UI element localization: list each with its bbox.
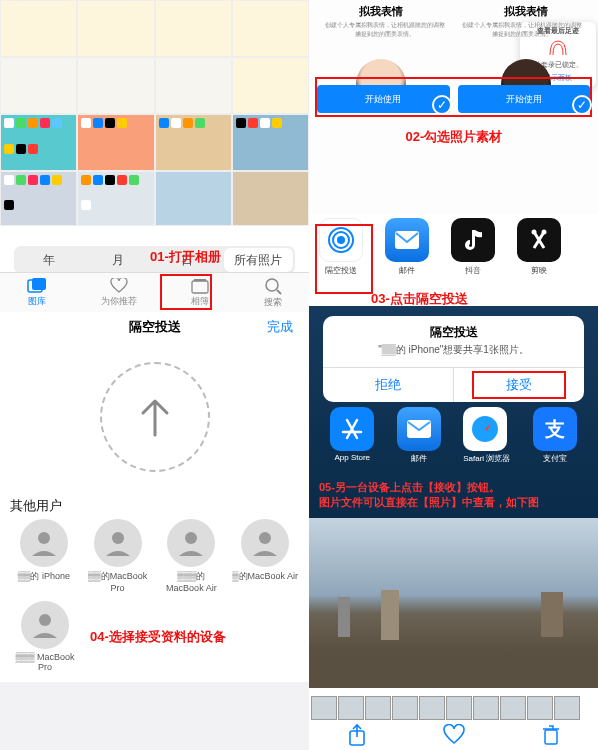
thumb[interactable] <box>155 0 232 57</box>
thumb[interactable] <box>0 0 77 57</box>
home-app[interactable]: 支支付宝 <box>533 407 577 464</box>
toolbar <box>309 720 598 750</box>
seg-year[interactable]: 年 <box>14 246 83 274</box>
airdrop-device[interactable]: ▒的MacBook Air <box>231 519 299 593</box>
appstore-icon <box>339 416 365 442</box>
home-app[interactable]: 邮件 <box>397 407 441 464</box>
check-icon: ✓ <box>432 95 452 115</box>
photos-result <box>309 518 598 750</box>
thumb[interactable] <box>77 171 154 226</box>
thumb[interactable] <box>232 114 309 171</box>
filmstrip[interactable] <box>309 696 598 720</box>
annotation-02: 02-勾选照片素材 <box>389 128 519 146</box>
svg-point-8 <box>185 532 197 544</box>
start-button[interactable]: 开始使用 ✓ <box>458 85 591 113</box>
share-mail[interactable]: 邮件 <box>381 218 433 276</box>
thumb[interactable] <box>0 171 77 226</box>
airdrop-device[interactable]: ▒▒的MacBook Pro <box>84 519 152 593</box>
dialog-message: "▒▒的 iPhone"想要共享1张照片。 <box>323 343 584 367</box>
person-icon <box>176 528 206 558</box>
check-icon: ✓ <box>572 95 592 115</box>
annotation-04: 04-选择接受资料的设备 <box>90 628 226 646</box>
home-app[interactable]: App Store <box>330 407 374 464</box>
alipay-icon: 支 <box>533 407 577 451</box>
airdrop-sheet: 隔空投送 完成 其他用户 ▒▒的 iPhone ▒▒的MacBook Pro ▒… <box>0 312 309 682</box>
photo-thumbnail-grid <box>0 0 309 226</box>
mail-icon <box>394 230 420 250</box>
share-jianying[interactable]: 剪映 <box>513 218 565 276</box>
safari-icon <box>470 414 500 444</box>
thumb[interactable] <box>232 171 309 226</box>
share-sheet: 隔空投送 邮件 抖音 剪映 03-点击隔空投送 <box>309 214 598 306</box>
svg-rect-1 <box>32 278 46 290</box>
received-photo[interactable] <box>309 518 598 688</box>
trash-icon[interactable] <box>542 724 560 746</box>
thumb[interactable] <box>77 114 154 171</box>
thumb[interactable] <box>155 171 232 226</box>
airdrop-receive-dialog: 隔空投送 "▒▒的 iPhone"想要共享1张照片。 拒绝 接受 <box>323 316 584 402</box>
person-icon <box>103 528 133 558</box>
dialog-title: 隔空投送 <box>323 316 584 343</box>
receive-dialog-screenshot: 隔空投送 "▒▒的 iPhone"想要共享1张照片。 拒绝 接受 App Sto… <box>309 306 598 518</box>
library-icon <box>27 278 47 294</box>
airdrop-device[interactable]: ▒▒▒的 MacBook Air <box>158 519 226 593</box>
svg-point-6 <box>38 532 50 544</box>
tab-foryou[interactable]: 为你推荐 <box>101 278 137 308</box>
decline-button[interactable]: 拒绝 <box>323 368 454 402</box>
annotation-01: 01-打开相册 <box>150 248 221 266</box>
svg-point-10 <box>39 614 51 626</box>
airdrop-device[interactable]: ▒▒的 iPhone <box>10 519 78 593</box>
tab-search[interactable]: 搜索 <box>264 277 282 309</box>
seg-all[interactable]: 所有照片 <box>224 248 293 272</box>
seg-month[interactable]: 月 <box>83 246 152 274</box>
svg-rect-14 <box>395 231 419 249</box>
airdrop-device[interactable]: ▒▒▒ MacBook Pro <box>10 601 80 672</box>
annotation-05: 05-另一台设备上点击【接收】按钮。 图片文件可以直接在【照片】中查看，如下图 <box>319 480 594 510</box>
svg-line-5 <box>277 290 281 294</box>
svg-point-15 <box>532 230 537 235</box>
thumb[interactable] <box>155 57 232 114</box>
svg-point-16 <box>542 230 547 235</box>
share-douyin[interactable]: 抖音 <box>447 218 499 276</box>
memoji-selection: 查看最后足迹 此套录已锁定。 显示面板 拟我表情 拟我表情 创建个人专属拟我表情… <box>309 0 598 214</box>
jianying-icon <box>527 228 551 252</box>
arrow-up-icon <box>137 395 173 439</box>
start-button[interactable]: 开始使用 ✓ <box>317 85 450 113</box>
tab-library[interactable]: 图库 <box>27 278 47 308</box>
thumb[interactable] <box>77 0 154 57</box>
thumb[interactable] <box>0 57 77 114</box>
svg-rect-20 <box>545 730 557 744</box>
thumb[interactable] <box>232 0 309 57</box>
home-app[interactable]: Safari 浏览器 <box>463 407 510 464</box>
share-icon[interactable] <box>347 723 367 747</box>
thumb[interactable] <box>0 114 77 171</box>
heart-icon <box>110 278 128 294</box>
photos-app-screenshot: 年 月 日 所有照片 01-打开相册 图库 为你推荐 相簿 搜索 <box>0 0 309 312</box>
svg-point-9 <box>259 532 271 544</box>
thumb[interactable] <box>232 57 309 114</box>
person-icon <box>30 610 60 640</box>
person-icon <box>250 528 280 558</box>
tab-albums[interactable]: 相簿 <box>190 278 210 308</box>
svg-point-7 <box>112 532 124 544</box>
search-icon <box>264 277 282 295</box>
airdrop-title: 隔空投送 <box>129 318 181 336</box>
person-icon <box>29 528 59 558</box>
other-users-label: 其他用户 <box>10 497 299 515</box>
douyin-icon <box>462 227 484 253</box>
accept-button[interactable]: 接受 <box>454 368 584 402</box>
mail-icon <box>407 420 431 438</box>
thumb[interactable] <box>77 57 154 114</box>
heart-icon[interactable] <box>442 724 466 746</box>
photos-tabbar: 图库 为你推荐 相簿 搜索 <box>0 272 309 312</box>
done-button[interactable]: 完成 <box>267 318 293 336</box>
thumb[interactable] <box>155 114 232 171</box>
svg-point-4 <box>266 279 278 291</box>
airdrop-radar <box>100 362 210 472</box>
